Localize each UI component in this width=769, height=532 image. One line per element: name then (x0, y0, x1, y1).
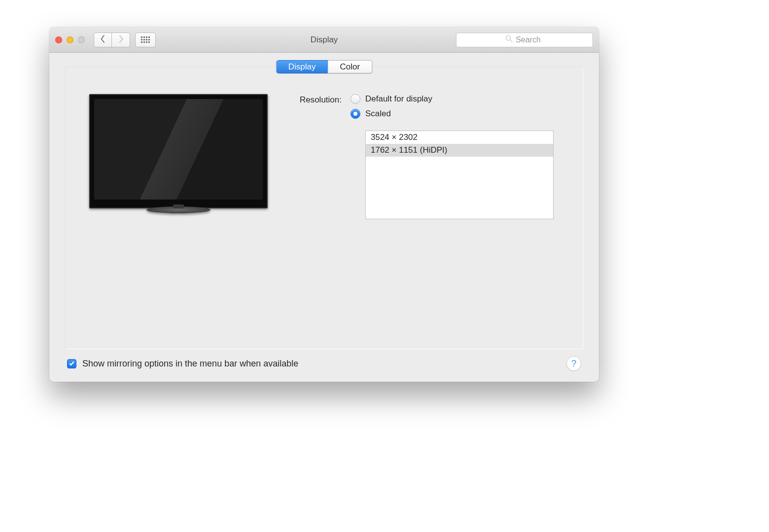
radio-checked-icon (350, 109, 360, 119)
grid-icon (141, 36, 150, 43)
radio-default-label: Default for display (365, 94, 432, 104)
radio-default-for-display[interactable]: Default for display (350, 94, 554, 104)
resolution-form: Resolution: Default for display Scaled (287, 94, 565, 219)
tab-display[interactable]: Display (276, 60, 328, 73)
nav-buttons (94, 33, 130, 47)
help-icon: ? (571, 358, 577, 369)
close-button[interactable] (55, 36, 62, 43)
search-field[interactable]: Search (456, 33, 593, 47)
tab-bar: Display Color (276, 60, 372, 73)
resolution-list[interactable]: 3524 × 2302 1762 × 1151 (HiDPI) (365, 131, 554, 219)
zoom-button[interactable] (78, 36, 85, 43)
radio-scaled-label: Scaled (365, 109, 391, 119)
show-all-button[interactable] (135, 33, 156, 47)
preferences-window: Display Search Display Color (49, 27, 599, 382)
svg-point-0 (506, 35, 511, 40)
resolution-option[interactable]: 1762 × 1151 (HiDPI) (366, 144, 553, 157)
svg-line-1 (510, 40, 512, 42)
window-controls (55, 36, 85, 43)
mirroring-label: Show mirroring options in the menu bar w… (82, 359, 298, 369)
forward-button[interactable] (112, 33, 130, 47)
search-icon (505, 35, 513, 44)
radio-icon (350, 94, 360, 104)
radio-scaled[interactable]: Scaled (350, 109, 554, 119)
resolution-label: Resolution: (287, 94, 342, 105)
footer: Show mirroring options in the menu bar w… (65, 349, 583, 371)
display-preview (89, 94, 268, 219)
mirroring-checkbox[interactable] (67, 359, 76, 368)
resolution-option[interactable]: 3524 × 2302 (366, 131, 553, 144)
content: Display Color Resolution: (49, 53, 599, 382)
chevron-right-icon (118, 35, 124, 45)
panel-body: Resolution: Default for display Scaled (66, 67, 583, 234)
search-placeholder: Search (516, 35, 541, 44)
main-panel: Display Color Resolution: (65, 66, 583, 349)
monitor-icon (89, 94, 268, 208)
back-button[interactable] (94, 33, 112, 47)
minimize-button[interactable] (67, 36, 73, 43)
checkmark-icon (69, 359, 75, 369)
titlebar: Display Search (49, 27, 599, 53)
tab-color[interactable]: Color (328, 60, 373, 73)
help-button[interactable]: ? (566, 356, 581, 371)
chevron-left-icon (100, 35, 105, 45)
